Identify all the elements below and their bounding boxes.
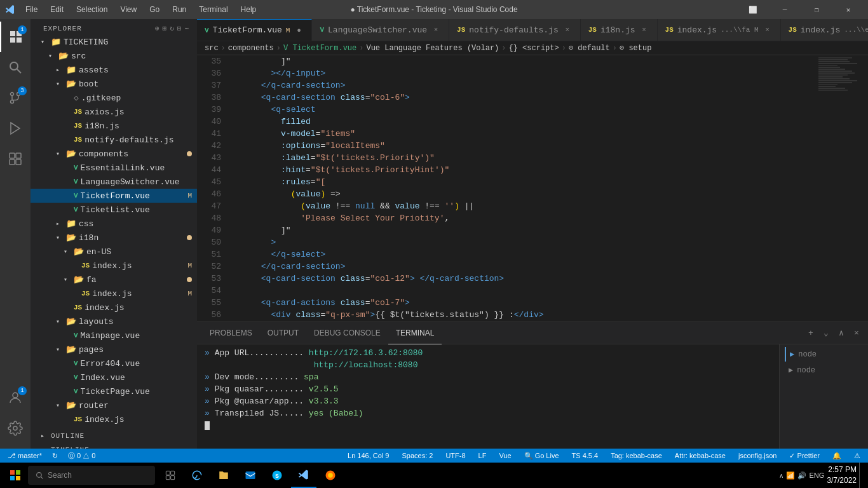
- menu-view[interactable]: View: [115, 4, 142, 15]
- menu-terminal[interactable]: Terminal: [194, 4, 233, 15]
- panel-tab-terminal[interactable]: TERMINAL: [388, 322, 442, 344]
- sidebar-item-axios[interactable]: JS axios.js: [31, 105, 197, 119]
- sidebar-item-ticketform[interactable]: V TicketForm.vue M: [31, 189, 197, 203]
- activity-run[interactable]: [0, 113, 31, 144]
- taskbar-skype[interactable]: S: [264, 463, 290, 488]
- terminal-content[interactable]: » App URL........... http://172.16.3.62:…: [197, 344, 779, 449]
- taskbar-outlook[interactable]: [238, 463, 263, 488]
- tray-volume[interactable]: 🔊: [797, 471, 806, 480]
- add-terminal-icon[interactable]: +: [804, 327, 817, 339]
- terminal-split-icon[interactable]: ⌄: [820, 327, 832, 339]
- panel-tab-output[interactable]: OUTPUT: [260, 322, 306, 344]
- statusbar-warning[interactable]: ⚠: [851, 452, 863, 460]
- close-button[interactable]: ✕: [834, 0, 863, 19]
- tab-i18n[interactable]: JS i18n.js ×: [581, 19, 658, 41]
- maximize-panel-icon[interactable]: ∧: [835, 327, 848, 339]
- menu-go[interactable]: Go: [144, 4, 165, 15]
- sidebar-item-boot[interactable]: ▾ 📂 boot: [31, 77, 197, 91]
- statusbar-spaces[interactable]: Spaces: 2: [399, 452, 435, 459]
- taskbar-task-view[interactable]: [158, 463, 183, 488]
- taskbar-edge[interactable]: [184, 463, 210, 488]
- sidebar-item-notify[interactable]: JS notify-defaults.js: [31, 133, 197, 147]
- tab-index-en-us[interactable]: JS index.js ...\\en-US M ×: [781, 19, 868, 41]
- menu-file[interactable]: File: [20, 4, 43, 15]
- refresh-icon[interactable]: ↻: [170, 24, 175, 32]
- sidebar-item-i18n-boot[interactable]: JS i18n.js: [31, 119, 197, 133]
- taskbar-file-explorer[interactable]: [211, 463, 236, 488]
- menu-help[interactable]: Help: [236, 4, 262, 15]
- tab-close-button[interactable]: ×: [763, 25, 773, 35]
- breadcrumb-components[interactable]: components: [228, 44, 274, 53]
- statusbar-attr[interactable]: Attr: kebab-case: [672, 452, 728, 459]
- menu-selection[interactable]: Selection: [71, 4, 112, 15]
- new-folder-icon[interactable]: ⊞: [163, 24, 168, 32]
- panel-tab-debug[interactable]: DEBUG CONSOLE: [306, 322, 388, 344]
- taskbar-firefox[interactable]: [318, 463, 343, 488]
- statusbar-errors[interactable]: ⓪ 0 △ 0: [65, 451, 98, 461]
- sidebar-item-essentiallink[interactable]: V EssentialLink.vue: [31, 161, 197, 175]
- sidebar-item-ticketing[interactable]: ▾ 📁 TICKETING: [31, 35, 197, 49]
- sidebar-timeline-header[interactable]: ▸ TIMELINE: [31, 443, 197, 449]
- terminal-instance-1[interactable]: ▶ node: [785, 347, 863, 362]
- statusbar-golive[interactable]: 🔍 Go Live: [522, 452, 562, 460]
- sidebar-item-mainpage[interactable]: V Mainpage.vue: [31, 329, 197, 342]
- collapse-icon[interactable]: ⊟: [177, 24, 182, 32]
- sidebar-item-pages[interactable]: ▾ 📂 pages: [31, 342, 197, 356]
- tab-close-button[interactable]: ×: [431, 25, 441, 35]
- tray-lang[interactable]: ENG: [809, 471, 824, 479]
- statusbar-branch[interactable]: ⎇ master*: [5, 452, 44, 460]
- tray-network[interactable]: 📶: [786, 471, 795, 480]
- sidebar-item-languageswitcher[interactable]: V LanguageSwitcher.vue: [31, 175, 197, 189]
- breadcrumb-setup[interactable]: ⊙ setup: [620, 43, 651, 53]
- sidebar-item-fa[interactable]: ▾ 📂 fa: [31, 273, 197, 287]
- taskbar-start-button[interactable]: [5, 465, 25, 485]
- close-panel-icon[interactable]: ×: [850, 327, 863, 339]
- breadcrumb-file[interactable]: V TicketForm.vue: [283, 44, 356, 53]
- sidebar-item-router[interactable]: ▾ 📂 router: [31, 398, 197, 412]
- statusbar-ts[interactable]: TS 4.5.4: [569, 452, 601, 459]
- layout-icon[interactable]: ⬜: [738, 0, 768, 19]
- activity-explorer[interactable]: 1: [0, 22, 31, 52]
- statusbar-bell[interactable]: 🔔: [830, 452, 844, 460]
- statusbar-cursor[interactable]: Ln 146, Col 9: [345, 452, 391, 459]
- menu-run[interactable]: Run: [167, 4, 191, 15]
- activity-source-control[interactable]: 3: [0, 83, 31, 113]
- breadcrumb-src[interactable]: src: [205, 44, 219, 53]
- new-file-icon[interactable]: ⊕: [155, 24, 160, 32]
- sidebar-item-layouts[interactable]: ▾ 📂 layouts: [31, 315, 197, 329]
- tab-index-fa[interactable]: JS index.js ...\\fa M ×: [658, 19, 781, 41]
- statusbar-encoding[interactable]: UTF-8: [443, 452, 468, 459]
- statusbar-lang[interactable]: Vue: [496, 452, 513, 459]
- statusbar-tag[interactable]: Tag: kebab-case: [608, 452, 665, 459]
- activity-extensions[interactable]: [0, 144, 31, 174]
- statusbar-jsconfig[interactable]: jsconfig.json: [736, 452, 780, 459]
- sidebar-item-index-fa[interactable]: JS index.js M: [31, 287, 197, 301]
- maximize-button[interactable]: ❐: [802, 0, 831, 19]
- statusbar-eol[interactable]: LF: [476, 452, 489, 459]
- tab-close-button[interactable]: ●: [294, 25, 304, 36]
- sidebar-item-en-us[interactable]: ▾ 📂 en-US: [31, 245, 197, 259]
- sidebar-item-index-i18n[interactable]: JS index.js: [31, 301, 197, 315]
- show-desktop-button[interactable]: [859, 463, 863, 488]
- tray-expand[interactable]: ∧: [779, 472, 783, 479]
- taskbar-search-box[interactable]: Search: [28, 466, 155, 485]
- sidebar-item-i18n[interactable]: ▾ 📂 i18n: [31, 231, 197, 245]
- sidebar-item-src[interactable]: ▾ 📂 src: [31, 49, 197, 63]
- statusbar-sync[interactable]: ↻: [50, 452, 60, 460]
- sidebar-item-ticketlist[interactable]: V TicketList.vue: [31, 203, 197, 217]
- tab-close-button[interactable]: ×: [639, 25, 649, 35]
- sidebar-item-error404[interactable]: V Error404.vue: [31, 356, 197, 370]
- taskbar-clock[interactable]: 2:57 PM 3/7/2022: [827, 464, 857, 486]
- activity-settings[interactable]: [0, 413, 31, 444]
- activity-account[interactable]: 1: [0, 383, 31, 413]
- breadcrumb-volar[interactable]: Vue Language Features (Volar): [366, 44, 499, 53]
- sidebar-outline-header[interactable]: ▸ OUTLINE: [31, 429, 197, 443]
- more-icon[interactable]: ⋯: [184, 24, 189, 32]
- sidebar-item-css[interactable]: ▸ 📁 css: [31, 217, 197, 231]
- terminal-instance-2[interactable]: ▶ node: [785, 363, 863, 377]
- sidebar-item-assets[interactable]: ▸ 📁 assets: [31, 63, 197, 77]
- minimize-button[interactable]: —: [770, 0, 799, 19]
- menu-edit[interactable]: Edit: [45, 4, 69, 15]
- sidebar-item-index-router[interactable]: JS index.js: [31, 412, 197, 426]
- breadcrumb-default[interactable]: ⊙ default: [569, 43, 610, 53]
